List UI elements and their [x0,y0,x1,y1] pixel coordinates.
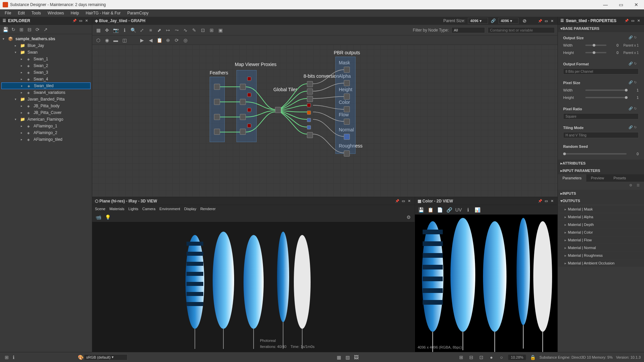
tree-item-jb_pitta_body[interactable]: ▸◈JB_Pitta_body [0,103,92,109]
circle-icon[interactable]: ○ [498,354,505,361]
move-tool-icon[interactable]: ✥ [104,27,110,34]
px-height-slider[interactable] [585,97,627,98]
input-params-header[interactable]: ▸ INPUT PARAMETERS [558,167,644,174]
status-color-icon[interactable]: 🎨 [77,354,84,361]
bits-node-8[interactable] [307,132,313,138]
grid-3-icon[interactable]: ⊡ [478,354,485,361]
bits-node-2[interactable] [307,88,313,95]
bits-node-3[interactable] [307,96,313,102]
toolbar2-icon-5[interactable]: ▶ [139,37,145,44]
view3d-canvas[interactable]: Photoreal Iterations: 40/40 Time: 1s/1m0… [92,222,415,352]
collapse-icon[interactable]: ⊟ [26,26,33,33]
feather-node-3[interactable] [214,114,220,120]
output-item[interactable]: Material | Normal [558,244,644,251]
link-2d-icon[interactable]: 🔗 [446,206,452,213]
maximize-panel-icon[interactable]: ▭ [78,18,83,23]
tab-preview[interactable]: Preview [586,174,609,182]
link-px-icon[interactable]: 🔗 [629,80,633,85]
transform-icon[interactable]: ⬈ [156,27,163,34]
tree-item-jb_pitta_cover[interactable]: ▸◈JB_Pitta_Cover [0,109,92,116]
params-menu-icon[interactable]: ☰ [637,183,641,188]
crop-icon[interactable]: ⊡ [200,27,206,34]
tree-item-swan_2[interactable]: ▸◈Swan_2 [0,62,92,69]
inputs-header[interactable]: ▸ INPUTS [558,190,644,197]
proxy-node-1[interactable] [240,84,246,90]
bits-node-7[interactable] [307,125,311,129]
toolbar2-icon-9[interactable]: ⟳ [173,37,180,44]
output-format-dropdown[interactable]: 8 Bits per Channel [563,68,639,74]
menu-file[interactable]: File [1,10,14,16]
align-icon[interactable]: ≡ [147,27,154,34]
info-icon[interactable]: ℹ [121,27,128,34]
pin-2d-icon[interactable]: 📌 [537,198,543,204]
snap-icon[interactable]: ▣ [217,27,224,34]
close-graph-icon[interactable]: ✕ [549,18,555,23]
proxy-node-4b[interactable] [247,124,251,128]
attributes-header[interactable]: ▸ ATTRIBUTES [558,160,644,167]
save-icon[interactable]: 💾 [2,26,9,33]
close-panel-icon[interactable]: ✕ [84,18,89,23]
globaltiler-node[interactable] [275,107,281,113]
parent-size-y-dropdown[interactable]: 4096 ▾ [498,18,519,24]
pbr-mask-node[interactable] [344,67,350,73]
close-prop-icon[interactable]: ✕ [636,18,641,23]
info-2d-icon[interactable]: ℹ [465,206,471,213]
light-icon[interactable]: 💡 [104,214,111,221]
parent-size-x-dropdown[interactable]: 4096 ▾ [468,18,488,24]
tree-item-swan_tiled[interactable]: ▸◈Swan_tiled [1,82,91,89]
close-2d-icon[interactable]: ✕ [549,198,555,204]
tab-presets[interactable]: Presets [609,174,631,182]
menu-paramcopy[interactable]: ParamCopy [124,10,152,16]
feather-node-4[interactable] [214,129,220,135]
proxy-node-3[interactable] [240,114,246,120]
toolbar2-icon-4[interactable]: ◫ [121,37,128,44]
refresh-icon[interactable]: ↻ [10,26,17,33]
maximize-button[interactable]: ▭ [613,0,629,9]
tree-item-swan_4[interactable]: ▸◈Swan_4 [0,76,92,82]
pin-3d-icon[interactable]: 📌 [394,198,400,204]
proxy-node-3b[interactable] [247,108,251,112]
menu-tools[interactable]: Tools [28,10,44,16]
mapviewer-group[interactable] [236,70,257,142]
output-item[interactable]: Material | Alpha [558,213,644,221]
srgb-dropdown[interactable]: sRGB (default) ▾ [84,354,127,360]
tree-item-swan_3[interactable]: ▸◈Swan_3 [0,69,92,76]
export-icon[interactable]: ↗ [42,26,49,33]
reset-size-icon[interactable]: ⊘ [521,17,528,24]
toolbar2-icon-8[interactable]: ⊕ [165,37,171,44]
grid-2-icon[interactable]: ⊟ [468,354,475,361]
copy-2d-icon[interactable]: 📋 [427,206,434,213]
reset-tm-icon[interactable]: ↻ [634,125,639,130]
uv-icon[interactable]: UV [455,206,462,213]
save-2d-icon[interactable]: 💾 [418,206,424,213]
menu-renderer[interactable]: Renderer [200,207,216,211]
pbr-roughness-node[interactable] [344,150,350,157]
menu-materials[interactable]: Materials [109,207,124,211]
grid-icon[interactable]: ⊞ [208,27,215,34]
menu-camera[interactable]: Camera [142,207,155,211]
tree-item-swan[interactable]: ▾📁Swan [0,49,92,56]
reset-px-icon[interactable]: ↻ [634,80,639,85]
grid-1-icon[interactable]: ⊞ [458,354,465,361]
link-fmt-icon[interactable]: 🔗 [629,62,633,66]
status-gradient-icon[interactable]: ▨ [344,354,351,361]
link-prop-icon[interactable]: 🔗 [629,36,633,40]
pin-prop-icon[interactable]: 📌 [624,18,629,23]
base-params-header[interactable]: ▾ BASE PARAMETERS [558,25,644,32]
lock-icon[interactable]: 🔗 [491,18,496,23]
width-slider[interactable] [585,45,606,46]
zoom-icon[interactable]: 🔍 [130,27,137,34]
paste-2d-icon[interactable]: 📄 [436,206,443,213]
maximize-3d-icon[interactable]: ▭ [400,198,406,204]
dot-icon[interactable]: ● [488,354,495,361]
toolbar2-icon-10[interactable]: ◎ [182,37,189,44]
tab-parameters[interactable]: Parameters [558,174,586,182]
wire-icon[interactable]: ∿ [182,27,189,34]
tiling-mode-dropdown[interactable]: H and V Tiling [563,132,639,138]
zoom-level[interactable]: 10.28% [508,355,526,360]
camera-3d-icon[interactable]: 📹 [95,214,102,221]
pin-icon[interactable]: 📌 [72,18,77,23]
close-3d-icon[interactable]: ✕ [407,198,412,204]
minimize-button[interactable]: — [598,0,613,9]
tree-item-aflamingo_tiled[interactable]: ▸◈AFlamingo_tiled [0,136,92,143]
